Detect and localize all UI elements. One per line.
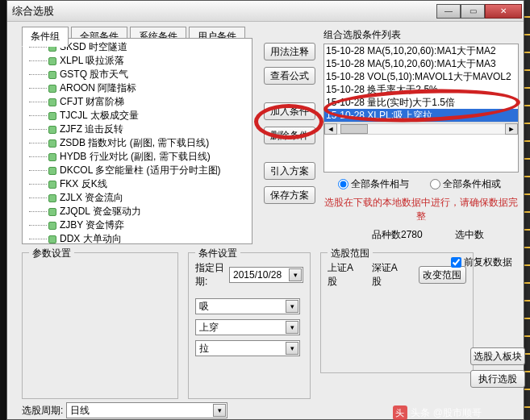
tree-item[interactable]: ZJBY 资金博弈: [29, 218, 250, 232]
select-to-block-button[interactable]: 选股入板块: [470, 347, 525, 365]
combo-xi[interactable]: 吸▾: [195, 298, 300, 314]
horizontal-scrollbar[interactable]: ◄►: [324, 122, 518, 135]
leaf-icon: [48, 71, 56, 79]
tree-item[interactable]: DDX 大单动向: [29, 232, 250, 244]
tree-item[interactable]: DKCOL 多空能量柱 (适用于分时主图): [29, 164, 250, 177]
tree-item[interactable]: CFJT 财富阶梯: [29, 95, 250, 109]
chevron-down-icon: ▾: [289, 268, 302, 281]
leaf-icon: [48, 57, 56, 65]
tree-item[interactable]: XLPL 吸拉派落: [29, 54, 250, 68]
formula-tree[interactable]: SKSD 时空隧道XLPL 吸拉派落GSTQ 股市天气AROON 阿隆指标CFJ…: [22, 38, 252, 244]
toutiao-logo-icon: 头: [393, 405, 407, 420]
leaf-icon: [48, 98, 56, 106]
condition-row[interactable]: 15-10-28 MA(5,10,20,60):MA1大于MA2: [324, 44, 518, 57]
tree-item[interactable]: ZJQDL 资金驱动力: [29, 205, 250, 218]
chevron-down-icon: ▾: [286, 300, 298, 313]
tree-item[interactable]: TJCJL 太极成交量: [29, 109, 250, 123]
leaf-icon: [48, 181, 56, 189]
condition-row[interactable]: 15-10-28 XLPL:吸上穿拉: [324, 109, 518, 122]
watermark: 头 头条@股市顺哥: [393, 405, 482, 420]
side-button-3[interactable]: 删除条件: [264, 127, 315, 144]
side-button-1[interactable]: 查看公式: [264, 67, 315, 85]
side-button-4[interactable]: 引入方案: [264, 162, 315, 180]
leaf-icon: [48, 194, 56, 202]
tree-item[interactable]: FKX 反K线: [29, 177, 250, 191]
period-label: 选股周期:: [22, 404, 63, 418]
leaf-icon: [48, 153, 56, 161]
close-button[interactable]: ✕: [485, 4, 522, 19]
condition-row[interactable]: 15-10-28 MA(5,10,20,60):MA1大于MA3: [324, 57, 518, 70]
leaf-icon: [48, 167, 56, 175]
tree-item[interactable]: HYDB 行业对比 (副图, 需下载日线): [29, 150, 250, 164]
date-combo[interactable]: 2015/10/28▾: [229, 267, 303, 283]
leaf-icon: [48, 139, 56, 148]
tree-item[interactable]: ZJLX 资金流向: [29, 191, 250, 205]
tree-item[interactable]: AROON 阿隆指标: [29, 81, 250, 95]
fuquan-checkbox[interactable]: 前复权数据: [451, 256, 512, 269]
tree-item[interactable]: ZSDB 指数对比 (副图, 需下载日线): [29, 136, 250, 150]
condition-list[interactable]: 15-10-28 MA(5,10,20,60):MA1大于MA215-10-28…: [323, 44, 519, 173]
combo-relation[interactable]: 上穿▾: [195, 319, 300, 335]
leaf-icon: [48, 112, 56, 120]
param-groupbox: 参数设置: [22, 252, 178, 399]
tree-item[interactable]: ZJFZ 追击反转: [29, 123, 250, 136]
chevron-down-icon: ▾: [286, 321, 298, 334]
tab-condition-group[interactable]: 条件组: [22, 27, 69, 47]
leaf-icon: [48, 235, 56, 243]
tree-item[interactable]: GSTQ 股市天气: [29, 68, 250, 81]
radio-or[interactable]: 全部条件相或: [430, 177, 501, 191]
window-title: 综合选股: [12, 4, 436, 19]
condition-row[interactable]: 15-10-28 换手率大于2.5%: [324, 83, 518, 96]
data-warning: 选股在下载的本地数据中进行，请确保数据完整: [323, 196, 519, 223]
leaf-icon: [48, 85, 56, 93]
minimize-button[interactable]: —: [436, 4, 461, 19]
leaf-icon: [48, 126, 56, 134]
side-button-5[interactable]: 保存方案: [264, 186, 315, 204]
combo-la[interactable]: 拉▾: [195, 340, 300, 356]
condition-row[interactable]: 15-10-28 VOL(5,10):MAVOL1大于MAVOL2: [324, 70, 518, 83]
condition-list-title: 组合选股条件列表: [323, 28, 519, 42]
side-button-2[interactable]: 加入条件: [264, 102, 315, 120]
leaf-icon: [48, 208, 56, 216]
radio-and[interactable]: 全部条件相与: [338, 177, 409, 191]
chevron-down-icon: ▾: [286, 342, 298, 355]
scope-groupbox: 选股范围 上证A股 深证A股 改变范围: [320, 252, 474, 373]
maximize-button[interactable]: ▭: [461, 4, 485, 19]
leaf-icon: [48, 222, 56, 230]
chevron-down-icon: ▾: [213, 404, 226, 417]
condition-row[interactable]: 15-10-28 量比(实时)大于1.5倍: [324, 96, 518, 109]
side-button-0[interactable]: 用法注释: [264, 43, 315, 60]
condition-setting-groupbox: 条件设置 指定日期: 2015/10/28▾ 吸▾ 上穿▾ 拉▾: [188, 252, 311, 399]
period-combo[interactable]: 日线▾: [66, 402, 227, 418]
run-select-button[interactable]: 执行选股: [470, 370, 525, 388]
